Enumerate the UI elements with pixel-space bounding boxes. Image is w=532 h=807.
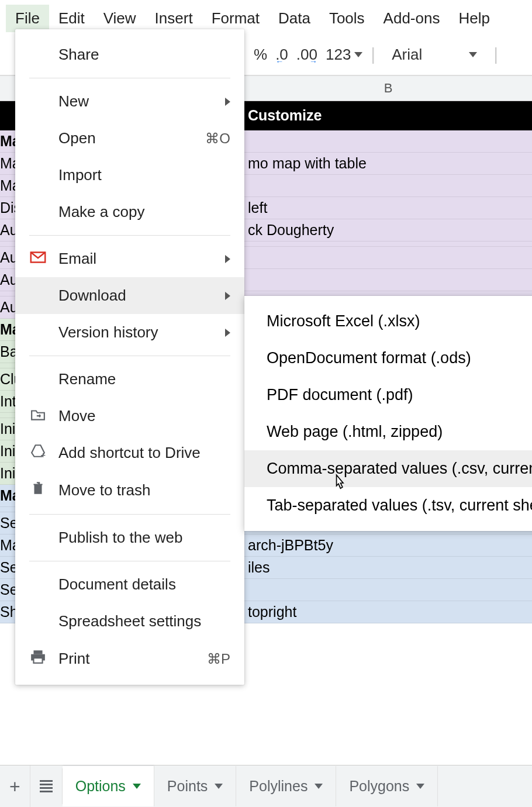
menu-item-label: Import — [58, 166, 230, 184]
menu-item-spreadsheet-settings[interactable]: Spreadsheet settings — [15, 603, 244, 640]
chevron-right-icon — [225, 255, 230, 263]
file-menu-dropdown: ShareNewOpen⌘OImportMake a copyEmailDown… — [15, 29, 244, 685]
caret-down-icon — [354, 52, 362, 57]
menu-item-label: Move to trash — [58, 481, 230, 499]
menubar-item-view[interactable]: View — [94, 5, 146, 32]
menu-item-label: Add shortcut to Drive — [58, 444, 230, 462]
more-formats-button[interactable]: 123 — [326, 46, 362, 64]
cell[interactable]: left — [244, 197, 532, 219]
cell[interactable]: Customize — [244, 105, 532, 126]
cell[interactable]: ck Dougherty — [244, 219, 532, 241]
menubar-item-data[interactable]: Data — [269, 5, 320, 32]
cell[interactable]: arch-jBPBt5y — [244, 534, 532, 556]
menu-item-label: Spreadsheet settings — [58, 612, 230, 630]
tab-label: Points — [167, 778, 208, 795]
submenu-item[interactable]: PDF document (.pdf) — [244, 377, 532, 413]
column-header[interactable]: B — [244, 76, 532, 101]
menu-item-label: Move — [58, 407, 230, 425]
cell[interactable] — [244, 130, 532, 152]
menu-divider — [29, 514, 230, 515]
svg-text:+: + — [40, 450, 46, 458]
cell[interactable] — [244, 242, 532, 246]
menu-item-move-to-trash[interactable]: Move to trash — [15, 471, 244, 509]
menu-icon — [40, 780, 53, 792]
menu-item-rename[interactable]: Rename — [15, 361, 244, 398]
cell[interactable]: mo map with table — [244, 153, 532, 174]
menubar-item-help[interactable]: Help — [449, 5, 499, 32]
submenu-item[interactable]: Web page (.html, zipped) — [244, 413, 532, 450]
tab-label: Polylines — [249, 778, 308, 795]
menubar-item-tools[interactable]: Tools — [320, 5, 374, 32]
decrease-decimal-button[interactable]: .0← — [275, 46, 288, 64]
menu-item-label: Publish to the web — [58, 529, 230, 547]
sheet-tab-polygons[interactable]: Polygons — [336, 766, 438, 806]
cell[interactable] — [244, 291, 532, 296]
menubar-item-add-ons[interactable]: Add-ons — [374, 5, 450, 32]
sheet-tab-points[interactable]: Points — [154, 766, 236, 806]
menu-item-publish-to-the-web[interactable]: Publish to the web — [15, 519, 244, 556]
menu-item-add-shortcut-to-drive[interactable]: +Add shortcut to Drive — [15, 434, 244, 471]
menu-item-label: New — [58, 92, 213, 111]
menu-item-share[interactable]: Share — [15, 36, 244, 73]
menu-divider — [29, 356, 230, 356]
cell[interactable]: topright — [244, 601, 532, 623]
menu-divider — [29, 235, 230, 236]
cell[interactable] — [244, 579, 532, 601]
tab-label: Polygons — [349, 778, 409, 795]
menu-item-print[interactable]: Print⌘P — [15, 640, 244, 678]
chevron-right-icon — [225, 292, 230, 300]
sheet-tab-options[interactable]: Options — [63, 766, 154, 806]
format-percent-button[interactable]: % — [254, 46, 267, 64]
menubar-item-file[interactable]: File — [6, 5, 49, 32]
menu-item-label: Download — [58, 287, 213, 305]
menu-item-open[interactable]: Open⌘O — [15, 120, 244, 157]
menubar-item-format[interactable]: Format — [202, 5, 269, 32]
menu-item-new[interactable]: New — [15, 83, 244, 120]
cell[interactable] — [244, 269, 532, 291]
menu-item-label: Rename — [58, 370, 230, 388]
all-sheets-button[interactable] — [30, 768, 63, 804]
menu-item-move[interactable]: Move — [15, 398, 244, 434]
menu-item-version-history[interactable]: Version history — [15, 314, 244, 351]
submenu-item[interactable]: Comma-separated values (.csv, current sh… — [244, 450, 532, 487]
add-sheet-button[interactable]: + — [0, 765, 30, 808]
menu-item-label: Email — [58, 250, 213, 268]
trash-icon — [32, 481, 44, 500]
folder-move-icon — [30, 407, 46, 425]
tab-label: Options — [75, 778, 126, 795]
increase-decimal-button[interactable]: .00→ — [296, 46, 317, 64]
chevron-right-icon — [225, 329, 230, 337]
submenu-item[interactable]: OpenDocument format (.ods) — [244, 340, 532, 377]
drive-shortcut-icon: + — [30, 444, 46, 462]
menu-item-make-a-copy[interactable]: Make a copy — [15, 194, 244, 230]
cell[interactable]: iles — [244, 557, 532, 578]
menu-item-email[interactable]: Email — [15, 240, 244, 277]
font-select[interactable]: Arial — [384, 46, 485, 64]
gmail-icon — [29, 250, 47, 268]
submenu-item[interactable]: Microsoft Excel (.xlsx) — [244, 303, 532, 340]
menu-item-import[interactable]: Import — [15, 157, 244, 194]
menu-item-download[interactable]: Download — [15, 277, 244, 314]
print-icon — [30, 649, 46, 668]
shortcut-label: ⌘P — [207, 651, 230, 667]
caret-down-icon — [469, 52, 477, 57]
svg-rect-1 — [33, 650, 42, 654]
submenu-item[interactable]: Tab-separated values (.tsv, current shee… — [244, 487, 532, 524]
menu-divider — [29, 561, 230, 561]
caret-down-icon — [215, 784, 223, 789]
caret-down-icon — [315, 784, 323, 789]
svg-rect-3 — [33, 658, 42, 663]
cell[interactable] — [244, 175, 532, 196]
menu-divider — [29, 78, 230, 78]
menu-item-label: Print — [58, 650, 195, 668]
menu-item-label: Open — [58, 129, 194, 147]
cell[interactable] — [244, 247, 532, 268]
sheet-tab-polylines[interactable]: Polylines — [236, 766, 336, 806]
menubar-item-insert[interactable]: Insert — [146, 5, 202, 32]
menubar-item-edit[interactable]: Edit — [49, 5, 94, 32]
sheet-tabs-bar: + OptionsPointsPolylinesPolygons — [0, 765, 532, 807]
plus-icon: + — [9, 777, 20, 796]
download-submenu: Microsoft Excel (.xlsx)OpenDocument form… — [244, 296, 532, 531]
menu-item-document-details[interactable]: Document details — [15, 566, 244, 603]
shortcut-label: ⌘O — [205, 130, 230, 147]
